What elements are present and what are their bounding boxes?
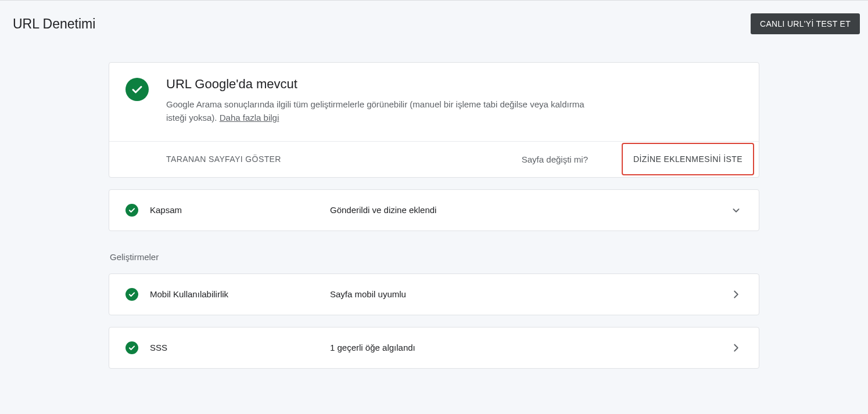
request-indexing-button[interactable]: DİZİNE EKLENMESİNİ İSTE	[633, 154, 743, 164]
coverage-label: Kapsam	[150, 205, 330, 215]
status-actions-row: TARANAN SAYFAYI GÖSTER Sayfa değişti mi?…	[109, 142, 759, 177]
mobile-usability-card: Mobil Kullanılabilirlik Sayfa mobil uyum…	[109, 273, 759, 315]
request-indexing-highlight: DİZİNE EKLENMESİNİ İSTE	[622, 143, 754, 175]
enhancements-title: Geliştirmeler	[110, 252, 759, 262]
learn-more-link[interactable]: Daha fazla bilgi	[220, 113, 279, 123]
coverage-value: Gönderildi ve dizine eklendi	[330, 205, 730, 215]
url-status-card: URL Google'da mevcut Google Arama sonuçl…	[109, 62, 759, 178]
faq-card: SSS 1 geçerli öğe algılandı	[109, 327, 759, 369]
check-icon	[125, 78, 149, 101]
mobile-usability-row[interactable]: Mobil Kullanılabilirlik Sayfa mobil uyum…	[109, 274, 759, 315]
check-icon	[125, 288, 138, 301]
faq-label: SSS	[150, 343, 330, 352]
chevron-right-icon	[730, 288, 743, 301]
coverage-row[interactable]: Kapsam Gönderildi ve dizine eklendi	[109, 190, 759, 231]
chevron-down-icon	[730, 204, 743, 217]
mobile-value: Sayfa mobil uyumlu	[330, 289, 730, 299]
test-live-url-button[interactable]: CANLI URL'Yİ TEST ET	[751, 13, 860, 34]
coverage-card: Kapsam Gönderildi ve dizine eklendi	[109, 189, 759, 231]
faq-value: 1 geçerli öğe algılandı	[330, 343, 730, 352]
status-description: Google Arama sonuçlarında ilgili tüm gel…	[166, 98, 584, 125]
check-icon	[125, 341, 138, 354]
view-crawled-page-button[interactable]: TARANAN SAYFAYI GÖSTER	[166, 154, 281, 164]
status-summary: URL Google'da mevcut Google Arama sonuçl…	[109, 63, 759, 142]
chevron-right-icon	[730, 341, 743, 354]
main-content: URL Google'da mevcut Google Arama sonuçl…	[103, 62, 765, 369]
status-heading: URL Google'da mevcut	[166, 77, 584, 92]
header-bar: URL Denetimi CANLI URL'Yİ TEST ET	[0, 1, 868, 34]
mobile-label: Mobil Kullanılabilirlik	[150, 289, 330, 299]
page-title: URL Denetimi	[13, 16, 95, 32]
faq-row[interactable]: SSS 1 geçerli öğe algılandı	[109, 327, 759, 368]
status-text-block: URL Google'da mevcut Google Arama sonuçl…	[166, 77, 584, 125]
page-changed-text: Sayfa değişti mi?	[522, 154, 588, 164]
check-icon	[125, 204, 138, 217]
